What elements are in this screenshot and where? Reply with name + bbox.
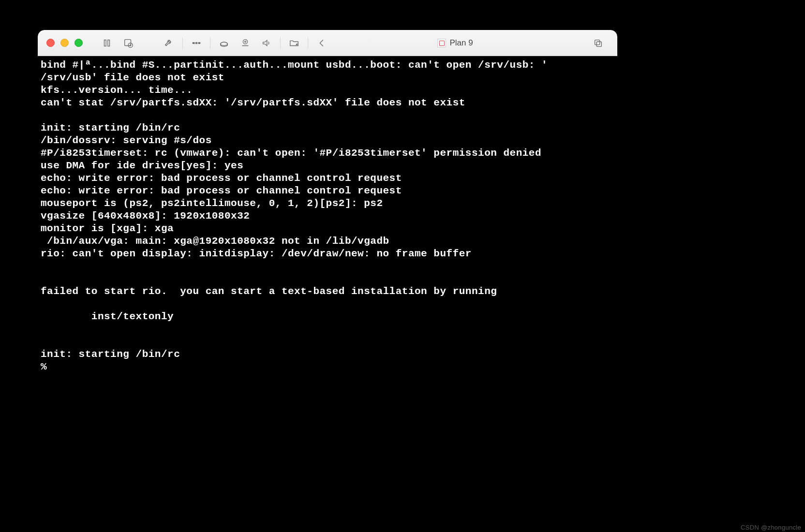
audio-button[interactable] — [256, 34, 277, 52]
pause-button[interactable] — [96, 34, 118, 52]
speaker-icon — [261, 38, 272, 48]
toolbar — [96, 34, 332, 52]
windows-button[interactable] — [587, 34, 609, 52]
svg-point-7 — [221, 42, 228, 45]
svg-point-4 — [193, 42, 194, 44]
minimize-button[interactable] — [60, 39, 69, 47]
separator — [182, 37, 183, 49]
pause-icon — [102, 38, 112, 48]
back-button[interactable] — [311, 34, 332, 52]
shared-folder-button[interactable] — [283, 34, 305, 52]
cd-icon — [240, 38, 251, 48]
wrench-icon — [164, 38, 174, 48]
disk-button[interactable] — [213, 34, 235, 52]
terminal-output[interactable]: bind #|ª...bind #S...partinit...auth...m… — [38, 56, 617, 376]
terminal-line: rio: can't open display: initdisplay: /d… — [41, 248, 472, 259]
close-button[interactable] — [46, 39, 55, 47]
traffic-lights — [46, 39, 83, 47]
disk-icon — [219, 38, 229, 48]
network-button[interactable] — [186, 34, 207, 52]
terminal-line: mouseport is (ps2, ps2intellimouse, 0, 1… — [41, 198, 383, 209]
terminal-line: bind #|ª...bind #S...partinit...auth...m… — [41, 59, 548, 71]
separator — [280, 37, 281, 49]
terminal-line: % — [41, 361, 53, 372]
terminal-line: use DMA for ide drives[yes]: yes — [41, 160, 243, 171]
terminal-line: monitor is [xga]: xga — [41, 223, 174, 234]
fullscreen-button[interactable] — [75, 39, 83, 47]
settings-button[interactable] — [158, 34, 179, 52]
windows-icon — [593, 38, 603, 48]
svg-rect-10 — [595, 40, 600, 44]
window-title-text: Plan 9 — [449, 38, 473, 48]
folder-icon — [289, 38, 299, 48]
svg-point-5 — [196, 42, 197, 44]
window-title: Plan 9 — [437, 38, 473, 48]
terminal-line: inst/textonly — [41, 311, 174, 322]
svg-rect-1 — [108, 40, 110, 46]
terminal-line: /bin/aux/vga: main: xga@1920x1080x32 not… — [41, 236, 389, 247]
terminal-line: kfs...version... time... — [41, 85, 193, 96]
snapshot-button[interactable] — [118, 34, 139, 52]
terminal-line: init: starting /bin/rc — [41, 349, 180, 360]
terminal-line: failed to start rio. you can start a tex… — [41, 286, 497, 297]
vm-icon — [437, 39, 446, 47]
watermark: CSDN @zhonguncle — [741, 524, 801, 531]
snapshot-icon — [123, 38, 134, 48]
separator — [308, 37, 308, 49]
terminal-line: #P/i8253timerset: rc (vmware): can't ope… — [41, 148, 541, 159]
svg-point-9 — [245, 41, 246, 42]
svg-rect-2 — [125, 39, 131, 45]
cd-button[interactable] — [235, 34, 256, 52]
terminal-line: echo: write error: bad process or channe… — [41, 185, 402, 196]
network-icon — [191, 38, 202, 48]
terminal-line: echo: write error: bad process or channe… — [41, 173, 402, 184]
terminal-line: init: starting /bin/rc — [41, 122, 180, 133]
vm-window: Plan 9 bind #|ª...bind #S...partinit...a… — [38, 30, 617, 378]
svg-rect-11 — [596, 42, 601, 46]
svg-point-6 — [199, 42, 200, 44]
terminal-line: /bin/dossrv: serving #s/dos — [41, 135, 212, 146]
titlebar: Plan 9 — [38, 30, 617, 56]
separator — [210, 37, 210, 49]
terminal-line: can't stat /srv/partfs.sdXX: '/srv/partf… — [41, 97, 465, 108]
right-toolbar — [587, 34, 609, 52]
chevron-left-icon — [316, 38, 327, 48]
svg-point-8 — [243, 39, 247, 44]
terminal-line: /srv/usb' file does not exist — [41, 72, 224, 83]
terminal-line: vgasize [640x480x8]: 1920x1080x32 — [41, 210, 250, 222]
svg-rect-0 — [104, 40, 106, 46]
